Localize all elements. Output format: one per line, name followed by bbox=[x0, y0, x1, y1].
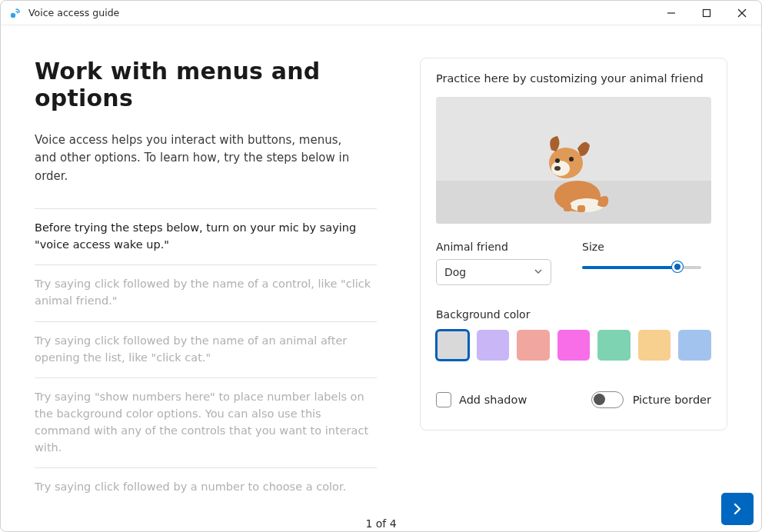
practice-heading: Practice here by customizing your animal… bbox=[436, 72, 711, 85]
step-item: Try saying click followed by a number to… bbox=[35, 468, 377, 507]
svg-point-10 bbox=[554, 166, 561, 171]
svg-point-0 bbox=[11, 12, 15, 17]
animal-select-value: Dog bbox=[444, 266, 466, 278]
voice-access-guide-window: Voice access guide Work with menus and o… bbox=[0, 0, 762, 532]
animal-select[interactable]: Dog bbox=[436, 259, 551, 285]
minimize-button[interactable] bbox=[654, 1, 689, 25]
close-button[interactable] bbox=[724, 1, 760, 25]
practice-pane: Practice here by customizing your animal… bbox=[420, 58, 727, 507]
color-swatch-purple[interactable] bbox=[477, 330, 510, 361]
color-swatch-green[interactable] bbox=[597, 330, 631, 361]
add-shadow-label: Add shadow bbox=[459, 394, 527, 406]
step-item: Try saying click followed by the name of… bbox=[35, 265, 377, 322]
bg-color-label: Background color bbox=[436, 308, 711, 321]
page-title: Work with menus and options bbox=[35, 58, 377, 111]
animal-label: Animal friend bbox=[436, 241, 551, 253]
preview-canvas bbox=[436, 97, 711, 224]
next-button[interactable] bbox=[721, 493, 754, 525]
toggle-knob bbox=[594, 394, 605, 405]
checkbox-icon bbox=[436, 392, 451, 407]
add-shadow-control[interactable]: Add shadow bbox=[436, 392, 527, 407]
size-field: Size bbox=[582, 241, 711, 285]
animal-field: Animal friend Dog bbox=[436, 241, 551, 285]
size-slider[interactable] bbox=[582, 259, 701, 274]
chevron-right-icon bbox=[730, 501, 745, 517]
picture-border-control[interactable]: Picture border bbox=[591, 391, 711, 408]
footer: 1 of 4 bbox=[1, 515, 761, 531]
color-swatches bbox=[436, 330, 711, 361]
svg-point-8 bbox=[555, 158, 560, 163]
svg-rect-13 bbox=[577, 205, 585, 212]
svg-rect-12 bbox=[564, 204, 571, 211]
toggle-switch bbox=[591, 391, 624, 408]
intro-text: Voice access helps you interact with but… bbox=[35, 131, 358, 185]
svg-point-9 bbox=[569, 157, 574, 161]
slider-thumb[interactable] bbox=[672, 261, 683, 272]
color-swatch-blue[interactable] bbox=[678, 330, 711, 361]
maximize-button[interactable] bbox=[689, 1, 724, 25]
window-title: Voice access guide bbox=[28, 7, 119, 18]
size-label: Size bbox=[582, 241, 711, 253]
color-swatch-pink[interactable] bbox=[557, 330, 591, 361]
dog-illustration bbox=[531, 128, 616, 213]
step-item: Try saying click followed by the name of… bbox=[35, 322, 377, 379]
svg-rect-2 bbox=[704, 9, 710, 16]
color-swatch-orange[interactable] bbox=[638, 330, 671, 361]
picture-border-label: Picture border bbox=[633, 394, 711, 406]
slider-fill bbox=[582, 266, 677, 269]
color-swatch-coral[interactable] bbox=[517, 330, 550, 361]
pager-text: 1 of 4 bbox=[365, 517, 396, 530]
steps-list: Before trying the steps below, turn on y… bbox=[35, 208, 377, 507]
chevron-down-icon bbox=[534, 266, 543, 278]
app-icon bbox=[8, 6, 22, 20]
step-item: Try saying "show numbers here" to place … bbox=[35, 378, 377, 468]
step-item: Before trying the steps below, turn on y… bbox=[35, 209, 377, 266]
instructions-pane: Work with menus and options Voice access… bbox=[35, 58, 377, 507]
titlebar: Voice access guide bbox=[1, 1, 761, 25]
window-buttons bbox=[654, 1, 760, 25]
practice-panel: Practice here by customizing your animal… bbox=[420, 58, 727, 431]
content-area: Work with menus and options Voice access… bbox=[1, 25, 761, 515]
color-swatch-grey[interactable] bbox=[436, 330, 469, 361]
